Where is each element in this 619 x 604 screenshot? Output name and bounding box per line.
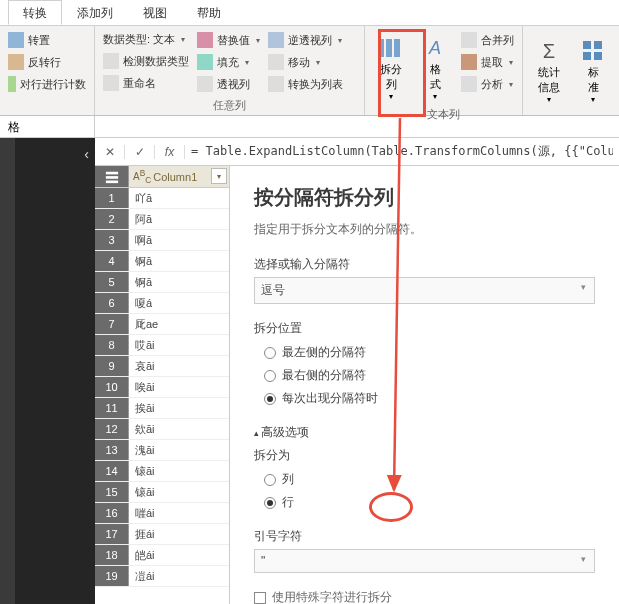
table-row[interactable]: 10唉āi	[95, 377, 229, 398]
cell-value: 皑ái	[129, 545, 229, 565]
split-column-dialog: 按分隔符拆分列 指定用于拆分文本列的分隔符。 选择或输入分隔符 逗号 拆分位置 …	[230, 166, 619, 604]
quote-char-select[interactable]: "	[254, 549, 595, 573]
table-row[interactable]: 2阿ā	[95, 209, 229, 230]
tab-view[interactable]: 视图	[128, 0, 182, 25]
analyze-button[interactable]: 分析	[459, 74, 516, 94]
standard-button[interactable]: 标 准▾	[573, 30, 613, 111]
table-row[interactable]: 18皑ái	[95, 545, 229, 566]
row-number: 6	[95, 293, 129, 313]
table-row[interactable]: 12欸āi	[95, 419, 229, 440]
cell-value: 厑ae	[129, 314, 229, 334]
column-filter-button[interactable]: ▾	[211, 168, 227, 184]
calc-icon	[577, 37, 609, 65]
row-number: 3	[95, 230, 129, 250]
stats-button[interactable]: Σ 统计 信息▾	[529, 30, 569, 111]
radio-rightmost[interactable]: 最右侧的分隔符	[254, 364, 595, 387]
cell-value: 锕ā	[129, 272, 229, 292]
to-list-button[interactable]: 转换为列表	[266, 74, 345, 94]
cell-value: 嘊ái	[129, 503, 229, 523]
formula-input[interactable]	[185, 145, 619, 159]
detect-icon	[103, 53, 119, 69]
subtab[interactable]: 格	[0, 116, 95, 137]
tab-transform[interactable]: 转换	[8, 0, 62, 25]
advanced-options-toggle[interactable]: 高级选项	[254, 424, 595, 441]
count-rows-button[interactable]: 对行进行计数	[6, 74, 88, 94]
detect-type-button[interactable]: 检测数据类型	[101, 51, 191, 71]
table-row[interactable]: 1吖ā	[95, 188, 229, 209]
delimiter-select[interactable]: 逗号	[254, 277, 595, 304]
fill-icon	[197, 54, 213, 70]
row-number: 4	[95, 251, 129, 271]
cell-value: 锿āi	[129, 482, 229, 502]
data-type-button[interactable]: 数据类型: 文本	[101, 30, 191, 49]
unpivot-icon	[268, 32, 284, 48]
unpivot-button[interactable]: 逆透视列	[266, 30, 345, 50]
table-row[interactable]: 14锿āi	[95, 461, 229, 482]
table-row[interactable]: 16嘊ái	[95, 503, 229, 524]
split-column-button[interactable]: 拆分 列▾	[371, 30, 411, 105]
chevron-left-icon[interactable]: ‹	[84, 146, 89, 162]
use-special-label: 使用特殊字符进行拆分	[272, 590, 392, 604]
table-row[interactable]: 17捱ái	[95, 524, 229, 545]
radio-icon	[264, 474, 276, 486]
tab-add-column[interactable]: 添加列	[62, 0, 128, 25]
row-number: 11	[95, 398, 129, 418]
row-number: 8	[95, 335, 129, 355]
table-row[interactable]: 11挨āi	[95, 398, 229, 419]
cell-value: 凒ái	[129, 566, 229, 586]
table-row[interactable]: 19凒ái	[95, 566, 229, 587]
cell-value: 嗄á	[129, 293, 229, 313]
radio-leftmost[interactable]: 最左侧的分隔符	[254, 341, 595, 364]
row-number: 5	[95, 272, 129, 292]
column-header-column1[interactable]: ABC Column1 ▾	[129, 166, 229, 187]
transpose-icon	[8, 32, 24, 48]
fx-confirm-button[interactable]: ✓	[125, 145, 155, 159]
svg-rect-9	[105, 180, 117, 183]
fx-button[interactable]: fx	[155, 145, 185, 159]
move-button[interactable]: 移动	[266, 52, 345, 72]
table-row[interactable]: 6嗄á	[95, 293, 229, 314]
merge-columns-button[interactable]: 合并列	[459, 30, 516, 50]
move-icon	[268, 54, 284, 70]
nav-sidebar[interactable]: ‹	[15, 138, 95, 604]
radio-split-columns[interactable]: 列	[254, 468, 595, 491]
pivot-button[interactable]: 透视列	[195, 74, 262, 94]
transpose-button[interactable]: 转置	[6, 30, 88, 50]
radio-split-rows[interactable]: 行	[254, 491, 595, 514]
table-row[interactable]: 4锕ā	[95, 251, 229, 272]
replace-values-button[interactable]: 替换值	[195, 30, 262, 50]
rename-button[interactable]: 重命名	[101, 73, 191, 93]
table-row[interactable]: 8哎āi	[95, 335, 229, 356]
table-row[interactable]: 9哀āi	[95, 356, 229, 377]
cell-value: 唉āi	[129, 377, 229, 397]
svg-rect-0	[378, 39, 384, 57]
table-row[interactable]: 15锿āi	[95, 482, 229, 503]
svg-rect-2	[394, 39, 400, 57]
radio-icon	[264, 347, 276, 359]
table-row[interactable]: 13溾āi	[95, 440, 229, 461]
cell-value: 锕ā	[129, 251, 229, 271]
rename-icon	[103, 75, 119, 91]
replace-icon	[197, 32, 213, 48]
table-row[interactable]: 7厑ae	[95, 314, 229, 335]
table-row[interactable]: 3啊ā	[95, 230, 229, 251]
merge-icon	[461, 32, 477, 48]
extract-button[interactable]: 提取	[459, 52, 516, 72]
fx-cancel-button[interactable]: ✕	[95, 145, 125, 159]
reverse-rows-button[interactable]: 反转行	[6, 52, 88, 72]
table-row[interactable]: 5锕ā	[95, 272, 229, 293]
row-number: 2	[95, 209, 129, 229]
radio-each[interactable]: 每次出现分隔符时	[254, 387, 595, 410]
fill-button[interactable]: 填充	[195, 52, 262, 72]
tab-help[interactable]: 帮助	[182, 0, 236, 25]
group-label	[6, 94, 88, 96]
svg-rect-1	[386, 39, 392, 57]
format-button[interactable]: A 格 式▾	[415, 30, 455, 105]
use-special-checkbox[interactable]	[254, 592, 266, 604]
select-all-corner[interactable]	[95, 166, 129, 187]
row-number: 14	[95, 461, 129, 481]
svg-rect-7	[105, 171, 117, 174]
any-column-group-label: 任意列	[101, 96, 358, 113]
svg-rect-5	[583, 52, 591, 60]
row-number: 12	[95, 419, 129, 439]
